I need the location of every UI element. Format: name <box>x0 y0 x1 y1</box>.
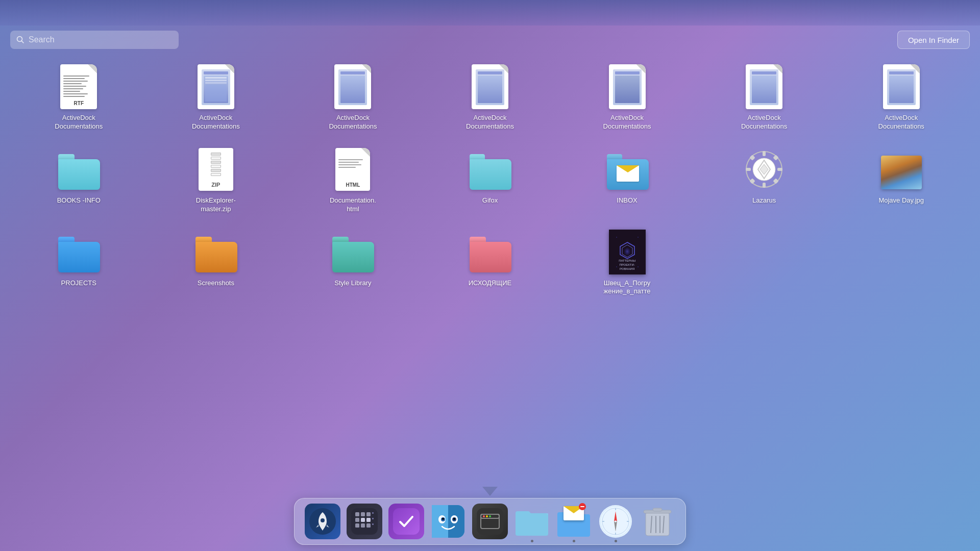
dock-separator <box>482 487 498 496</box>
file-icon-book: ПАТТЕРНЫПРОЕКТИ-РОВАНИЯ <box>607 229 648 275</box>
file-icon-doc4 <box>470 64 510 110</box>
file-icon-books <box>58 146 99 192</box>
file-icon-style-library <box>332 229 373 275</box>
check-icon <box>393 508 420 535</box>
file-label-doc3: ActiveDockDocumentations <box>329 114 377 131</box>
dock-item-rocket[interactable] <box>305 504 340 539</box>
dock-item-folder[interactable] <box>514 504 550 539</box>
file-label-lazarus: Lazarus <box>752 196 776 205</box>
file-icon-mojave <box>881 146 922 192</box>
file-icon-inbox <box>607 146 648 192</box>
svg-rect-32 <box>355 523 359 528</box>
file-icon-doc5 <box>607 64 648 110</box>
safari-icon <box>599 505 632 538</box>
svg-rect-6 <box>763 183 766 188</box>
svg-point-50 <box>453 518 455 520</box>
file-label-doc7: ActiveDockDocunentations <box>878 114 924 131</box>
svg-rect-31 <box>366 518 371 522</box>
file-item-style-library[interactable]: Style Library <box>284 224 422 302</box>
dock-item-finder[interactable] <box>430 504 466 539</box>
safari-dock-dot <box>615 540 617 542</box>
file-item-inbox[interactable]: INBOX <box>558 141 696 219</box>
search-input[interactable] <box>29 35 173 44</box>
grid-icon <box>351 508 378 535</box>
file-item-zip[interactable]: ZIP DiskExplorer-master.zip <box>148 141 285 219</box>
svg-rect-8 <box>777 168 782 171</box>
folder-dock-dot <box>531 540 533 542</box>
svg-point-18 <box>616 237 617 238</box>
file-icon-doc1: RTF <box>58 64 99 110</box>
folder-dock-icon <box>516 507 548 536</box>
svg-rect-30 <box>361 518 365 522</box>
svg-rect-5 <box>763 151 766 156</box>
file-item-projects[interactable]: PROJECTS <box>10 224 148 302</box>
rocket-icon <box>309 508 336 535</box>
file-item-html[interactable]: HTML Documentation.html <box>284 141 422 219</box>
svg-rect-66 <box>646 512 669 536</box>
svg-rect-11 <box>749 178 755 184</box>
svg-rect-9 <box>749 155 755 160</box>
file-item-book[interactable]: ПАТТЕРНЫПРОЕКТИ-РОВАНИЯ Швец_А_Погружени… <box>558 224 696 302</box>
file-icon-gifox <box>470 146 510 192</box>
trash-icon <box>643 505 672 538</box>
svg-point-49 <box>442 518 444 520</box>
svg-rect-37 <box>372 523 374 525</box>
file-item-doc5[interactable]: ActiveDockDocumentations <box>558 59 696 136</box>
file-label-outgoing: ИСХОДЯЩИЕ <box>469 279 511 288</box>
content-grid: RTF ActiveDockDocumentations ActiveDockD… <box>10 59 970 495</box>
search-bar[interactable] <box>10 31 179 49</box>
file-label-books: BOOKS -INFO <box>57 196 101 205</box>
file-item-doc1[interactable]: RTF ActiveDockDocumentations <box>10 59 148 136</box>
file-item-lazarus[interactable]: Lazarus <box>696 141 833 219</box>
file-item-mojave[interactable]: Mojave Day.jpg <box>832 141 970 219</box>
file-label-screenshots: Screenshots <box>198 279 234 288</box>
file-label-inbox: INBOX <box>617 196 637 205</box>
finder-icon <box>432 505 464 538</box>
dock-item-window-mgr[interactable] <box>472 504 508 539</box>
file-label-doc5: ActiveDockDocumentations <box>603 114 651 131</box>
file-item-doc3[interactable]: ActiveDockDocumentations <box>284 59 422 136</box>
file-label-zip: DiskExplorer-master.zip <box>196 196 236 214</box>
top-bar <box>0 0 980 26</box>
svg-rect-10 <box>773 155 778 160</box>
file-icon-projects <box>58 229 99 275</box>
file-icon-outgoing <box>470 229 510 275</box>
dock-item-safari[interactable] <box>598 504 633 539</box>
dock <box>294 498 686 545</box>
file-label-html: Documentation.html <box>330 196 376 214</box>
file-icon-screenshots <box>195 229 236 275</box>
svg-rect-38 <box>393 508 420 535</box>
file-item-gifox[interactable]: Gifox <box>422 141 559 219</box>
file-icon-lazarus <box>744 146 785 192</box>
file-label-mojave: Mojave Day.jpg <box>878 196 924 205</box>
file-item-doc2[interactable]: ActiveDockDocumentations <box>148 59 285 136</box>
dock-item-inbox-dock[interactable] <box>556 504 592 539</box>
file-icon-doc2 <box>195 64 236 110</box>
file-item-doc6[interactable]: ActiveDockDocunentations <box>696 59 833 136</box>
file-icon-doc6 <box>744 64 785 110</box>
file-icon-doc7 <box>881 64 922 110</box>
file-label-gifox: Gifox <box>482 196 498 205</box>
window-mgr-icon <box>477 508 503 535</box>
file-item-books[interactable]: BOOKS -INFO <box>10 141 148 219</box>
file-label-doc6: ActiveDockDocunentations <box>741 114 787 131</box>
dock-item-check[interactable] <box>388 504 424 539</box>
svg-rect-27 <box>361 512 365 516</box>
file-label-book: Швец_А_Погружение_в_патте <box>604 279 651 296</box>
svg-rect-12 <box>773 178 778 184</box>
dock-item-trash[interactable] <box>640 504 675 539</box>
file-label-projects: PROJECTS <box>61 279 96 288</box>
svg-rect-29 <box>355 518 359 522</box>
svg-line-1 <box>22 41 24 43</box>
svg-rect-68 <box>653 508 662 511</box>
search-icon <box>16 36 24 44</box>
svg-point-19 <box>638 237 639 238</box>
file-item-screenshots[interactable]: Screenshots <box>148 224 285 302</box>
open-finder-button[interactable]: Open In Finder <box>897 31 970 49</box>
svg-rect-34 <box>366 523 371 528</box>
file-item-doc4[interactable]: ActiveDockDocumentations <box>422 59 559 136</box>
svg-point-54 <box>483 515 485 517</box>
file-item-outgoing[interactable]: ИСХОДЯЩИЕ <box>422 224 559 302</box>
file-item-doc7[interactable]: ActiveDockDocunentations <box>832 59 970 136</box>
dock-item-grid[interactable] <box>347 504 382 539</box>
